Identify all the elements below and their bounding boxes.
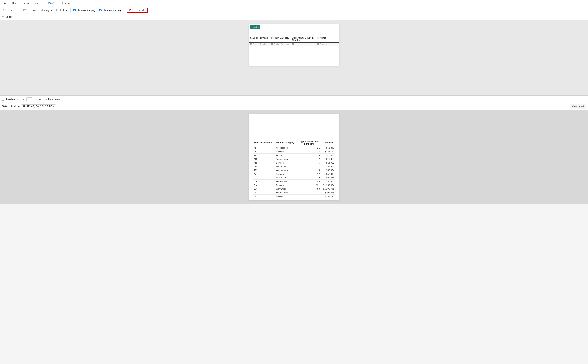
params-clear-btn[interactable]: ✕ (57, 105, 60, 108)
preview-header-space (249, 114, 339, 126)
nav-first-btn[interactable]: ⏮ (16, 98, 21, 101)
menu-file[interactable]: File (2, 1, 8, 5)
svg-rect-10 (2, 16, 4, 18)
td-forecast: $201,016 (321, 191, 335, 195)
td-category: Accessories (275, 180, 297, 183)
image-button[interactable]: Image ▾ (38, 8, 54, 13)
page-input[interactable] (26, 98, 32, 101)
textbox-icon: A (23, 9, 26, 12)
table-row: CO Accessories 17 $201,016 (253, 191, 335, 195)
field-button[interactable]: Field ▾ (55, 8, 69, 13)
td-forecast: $58,815 (321, 172, 335, 176)
td-count: 2 (297, 157, 321, 161)
svg-rect-6 (57, 9, 59, 11)
td-state: CA (253, 183, 275, 187)
td-category: Accessories (275, 191, 297, 195)
td-state: AZ (253, 169, 275, 172)
show-first-page-checkbox[interactable]: Show on first page (72, 8, 97, 12)
image-icon (40, 9, 43, 12)
editing-badge[interactable]: Editing ▾ (58, 1, 73, 5)
menu-home[interactable]: Home (11, 1, 20, 5)
parameters-btn[interactable]: Parameters (44, 98, 61, 101)
table-row: AZ Devices 12 $58,815 (253, 172, 335, 176)
menu-insert[interactable]: Insert (33, 1, 41, 5)
separator-1 (20, 8, 20, 13)
td-state: AL (253, 146, 275, 150)
editor-area: Header State or Province Product Categor… (0, 20, 588, 95)
td-count: 15 (297, 169, 321, 172)
params-chevron: ▾ (53, 105, 54, 108)
preview-header-row: State or Province Product Category Oppor… (253, 139, 335, 146)
td-state: CA (253, 187, 275, 191)
col-forecast: Forecast (317, 37, 338, 41)
report-canvas: Header State or Province Product Categor… (249, 24, 339, 66)
show-last-page-checkbox[interactable]: Show on last page (98, 8, 123, 12)
td-category: Devices (275, 172, 297, 176)
svg-rect-0 (4, 9, 6, 10)
table-row: AL Accessories 21 $63,342 (253, 146, 335, 150)
td-category: Accessories (275, 157, 297, 161)
header-button[interactable]: Header ▾ (2, 8, 18, 13)
svg-text:A: A (24, 10, 25, 11)
section-bar-arrow[interactable]: › (586, 16, 586, 18)
td-category: Devices (275, 150, 297, 154)
td-forecast: $126,140 (321, 150, 335, 154)
td-count: 131 (297, 183, 321, 187)
menu-header[interactable]: Header (45, 1, 55, 6)
preview-table-body: AL Accessories 21 $63,342 AL Devices 16 … (253, 146, 335, 198)
product-field-icon: ≡ (271, 43, 273, 45)
edit-icon (59, 2, 62, 4)
menu-view[interactable]: View (23, 1, 30, 5)
td-forecast: $1,109,741 (321, 187, 335, 191)
td-state: AR (253, 157, 275, 161)
textbox-btn-label: Text box (27, 9, 36, 12)
close-icon (129, 9, 131, 11)
data-cell-state-label: State or Province (253, 43, 268, 45)
nav-next-btn[interactable]: › (34, 98, 36, 101)
td-count: 88 (297, 187, 321, 191)
view-report-btn[interactable]: View report (569, 104, 586, 109)
table-row: AL Warranties 13 $77,673 (253, 154, 335, 157)
td-forecast: $77,673 (321, 154, 335, 157)
nav-last-btn[interactable]: ⏭ (38, 98, 42, 101)
canvas-header-region: Header (249, 24, 339, 36)
td-forecast: $37,550 (321, 165, 335, 169)
td-category: Warranties (275, 187, 297, 191)
td-count: 12 (297, 195, 321, 198)
td-category: Devices (275, 195, 297, 198)
td-state: CO (253, 191, 275, 195)
td-count: 21 (297, 146, 321, 150)
td-forecast: $16,030 (321, 157, 335, 161)
state-field-icon: ≡ (250, 43, 252, 45)
preview-report: State or Province Product Category Oppor… (249, 114, 339, 200)
show-last-page-input[interactable] (100, 9, 102, 11)
table-row: CA Warranties 88 $1,109,741 (253, 187, 335, 191)
textbox-button[interactable]: A Text box (22, 8, 38, 13)
td-category: Devices (275, 161, 297, 165)
td-category: Devices (275, 183, 297, 187)
show-first-page-input[interactable] (73, 9, 76, 11)
td-state: AR (253, 165, 275, 169)
col-product: Product Category (271, 37, 292, 41)
count-field-icon: # (292, 43, 294, 45)
nav-prev-btn[interactable]: ‹ (22, 98, 25, 101)
td-forecast: $1,380,954 (321, 180, 335, 183)
close-header-button[interactable]: Close header (127, 8, 148, 13)
td-count: 153 (297, 180, 321, 183)
header-icon (3, 9, 6, 12)
preview-bar-arrow[interactable]: › (586, 98, 586, 100)
table-row: AZ Warranties 9 $90,456 (253, 176, 335, 180)
preview-bar: Preview ⏮ ‹ › ⏭ Parameters › (0, 96, 588, 103)
editing-label: Editing (62, 2, 70, 5)
td-forecast: $1,258,634 (321, 183, 335, 187)
params-value-dropdown[interactable]: AL, AR, AZ, CA, CO, CT, DC ▾ (21, 104, 56, 108)
preview-title: Preview (6, 98, 15, 101)
toolbar: Header ▾ A Text box Image ▾ Field ▾ Show… (0, 6, 588, 14)
col-state: State or Province (250, 37, 271, 41)
data-cell-forecast: ≡ Forecast (317, 43, 338, 45)
td-forecast: $63,342 (321, 146, 335, 150)
table-row: CA Accessories 153 $1,380,954 (253, 180, 335, 183)
field-chevron: ▾ (66, 9, 67, 12)
canvas-body (249, 46, 339, 66)
td-state: AZ (253, 172, 275, 176)
